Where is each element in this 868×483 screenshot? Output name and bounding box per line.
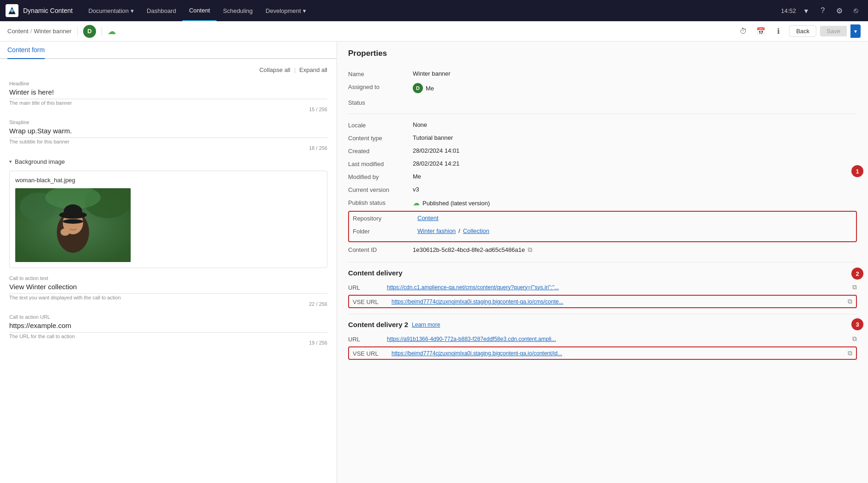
expand-all-link[interactable]: Expand all xyxy=(299,66,327,73)
settings-icon[interactable]: ⚙ xyxy=(833,4,846,17)
folder-link-2[interactable]: Collection xyxy=(463,227,489,234)
prop-repository-row: Repository Content xyxy=(353,214,852,227)
headline-char-count: 15 / 256 xyxy=(9,107,327,112)
image-filename: woman-black_hat.jpeg xyxy=(15,177,321,184)
cta-text-field: Call to action text View Winter collecti… xyxy=(9,275,327,307)
repository-link[interactable]: Content xyxy=(417,215,439,221)
prop-publish-status-row: Publish status ☁ Published (latest versi… xyxy=(348,196,857,210)
prop-version-val: v3 xyxy=(413,186,857,193)
vertical-divider-2 xyxy=(102,27,102,36)
clock-display: 14:52 xyxy=(781,7,796,14)
headline-label: Headline xyxy=(9,81,327,86)
prop-status-row: Status xyxy=(348,96,857,109)
logout-icon[interactable]: ⎋ xyxy=(850,4,862,17)
cta-url-char-count: 19 / 256 xyxy=(9,340,327,346)
nav-development[interactable]: Development ▾ xyxy=(259,0,313,21)
nav-documentation[interactable]: Documentation ▾ xyxy=(82,0,140,21)
content-delivery2-url-row: URL https://a91b1366-4d90-772a-b883-f287… xyxy=(348,333,857,345)
breadcrumb-separator: / xyxy=(30,28,32,35)
headline-field: Headline Winter is here! The main title … xyxy=(9,81,327,112)
breadcrumb: Content / Winter banner xyxy=(7,28,72,35)
expand-icon[interactable]: ▾ xyxy=(800,4,813,17)
form-top-actions: Collapse all | Expand all xyxy=(9,66,327,73)
prop-assigned-key: Assigned to xyxy=(348,83,413,90)
nav-scheduling[interactable]: Scheduling xyxy=(217,0,259,21)
prop-locale-key: Locale xyxy=(348,121,413,129)
prop-created-key: Created xyxy=(348,147,413,155)
nav-dashboard[interactable]: Dashboard xyxy=(140,0,183,21)
strapline-input[interactable]: Wrap up.Stay warm. xyxy=(9,127,327,138)
prop-content-id-row: Content ID 1e30612b-5c82-4bcd-8fe2-ad65c… xyxy=(348,243,857,256)
cd-vse-url-value[interactable]: https://beimd7774cjzuxnojmlxa0i.staging.… xyxy=(392,298,846,305)
prop-folder-row: Folder Winter fashion / Collection xyxy=(353,227,852,239)
background-image-section[interactable]: ▾ Background image xyxy=(9,158,327,165)
form-content: Collapse all | Expand all Headline Winte… xyxy=(0,59,337,483)
prop-content-type-key: Content type xyxy=(348,134,413,142)
prop-publish-status-val: ☁ Published (latest version) xyxy=(413,199,857,207)
copy-cd-vse-button[interactable]: ⧉ xyxy=(848,298,852,305)
save-arrow-button[interactable]: ▾ xyxy=(850,24,861,38)
publish-status-icon[interactable]: ☁ xyxy=(108,26,116,36)
cd2-url-label: URL xyxy=(348,335,385,343)
save-button: Save xyxy=(820,26,847,36)
copy-content-id-button[interactable]: ⧉ xyxy=(528,246,532,254)
info-icon[interactable]: ℹ xyxy=(772,24,785,38)
help-icon[interactable]: ? xyxy=(816,4,829,17)
headline-input[interactable]: Winter is here! xyxy=(9,88,327,99)
prop-modified-by-val: Me xyxy=(413,173,857,180)
content-delivery2-title: Content delivery 2 Learn more xyxy=(348,321,857,328)
prop-publish-status-key: Publish status xyxy=(348,199,413,206)
breadcrumb-content[interactable]: Content xyxy=(7,28,29,35)
prop-content-id-val: 1e30612b-5c82-4bcd-8fe2-ad65c5486a1e ⧉ xyxy=(413,246,857,254)
prop-created-row: Created 28/02/2024 14:01 xyxy=(348,144,857,157)
nav-content[interactable]: Content xyxy=(182,0,217,21)
cta-url-input[interactable]: https://example.com xyxy=(9,322,327,333)
left-panel: Content form Collapse all | Expand all H… xyxy=(0,42,337,483)
tab-content-form[interactable]: Content form xyxy=(7,42,45,59)
calendar-icon[interactable]: 📅 xyxy=(754,24,768,38)
prop-last-modified-val: 28/02/2024 14:21 xyxy=(413,160,857,167)
svg-point-10 xyxy=(63,219,83,224)
prop-status-key: Status xyxy=(348,99,413,106)
svg-point-11 xyxy=(60,228,70,236)
prop-locale-val: None xyxy=(413,121,857,128)
copy-cd-url-button[interactable]: ⧉ xyxy=(852,283,857,291)
prop-name-val: Winter banner xyxy=(413,70,857,77)
cta-text-label: Call to action text xyxy=(9,275,327,281)
prop-assigned-val: D Me xyxy=(413,83,857,93)
cd-vse-label: VSE URL xyxy=(353,298,390,305)
right-panel: Properties Name Winter banner Assigned t… xyxy=(337,42,868,483)
prop-name-row: Name Winter banner xyxy=(348,67,857,80)
content-delivery-title: Content delivery xyxy=(348,269,857,277)
annotation-badge-3: 3 xyxy=(851,318,863,330)
copy-cd2-url-button[interactable]: ⧉ xyxy=(852,335,857,343)
second-bar: Content / Winter banner D ☁ ⏱ 📅 ℹ Back S… xyxy=(0,21,868,42)
cd2-url-value[interactable]: https://a91b1366-4d90-772a-b883-f287eddf… xyxy=(387,336,850,342)
cta-text-input[interactable]: View Winter collection xyxy=(9,283,327,294)
prop-modified-by-row: Modified by Me xyxy=(348,170,857,183)
prop-content-type-row: Content type Tutorial banner xyxy=(348,131,857,144)
breadcrumb-winter-banner[interactable]: Winter banner xyxy=(34,28,72,35)
prop-modified-by-key: Modified by xyxy=(348,173,413,180)
prop-version-row: Current version v3 xyxy=(348,183,857,196)
collapse-all-link[interactable]: Collapse all xyxy=(259,66,290,73)
cta-text-char-count: 22 / 256 xyxy=(9,301,327,307)
cd2-vse-url-box: VSE URL https://beimd7774cjzuxnojmlxa0i.… xyxy=(348,346,857,360)
folder-link-1[interactable]: Winter fashion xyxy=(417,227,456,234)
back-button[interactable]: Back xyxy=(789,25,816,37)
annotation-badge-1: 1 xyxy=(851,165,863,177)
prop-created-val: 28/02/2024 14:01 xyxy=(413,147,857,154)
highlight-repository-box: Repository Content Folder Winter fashion… xyxy=(348,211,857,242)
cd-url-value[interactable]: https://cdn.c1.amplience-qa.net/cms/cont… xyxy=(387,284,850,291)
cta-url-hint: The URL for the call to action xyxy=(9,334,327,339)
image-preview xyxy=(15,188,131,262)
cta-url-label: Call to action URL xyxy=(9,314,327,320)
cd2-vse-url-value[interactable]: https://beimd7774cjzuxnojmlxa0i.staging.… xyxy=(392,350,846,357)
history-icon[interactable]: ⏱ xyxy=(736,24,750,38)
app-logo[interactable] xyxy=(6,4,18,17)
vertical-divider xyxy=(77,27,78,36)
copy-cd2-vse-button[interactable]: ⧉ xyxy=(848,349,852,357)
content-delivery-url-row: URL https://cdn.c1.amplience-qa.net/cms/… xyxy=(348,281,857,293)
learn-more-link[interactable]: Learn more xyxy=(412,322,440,328)
app-name: Dynamic Content xyxy=(23,7,72,14)
